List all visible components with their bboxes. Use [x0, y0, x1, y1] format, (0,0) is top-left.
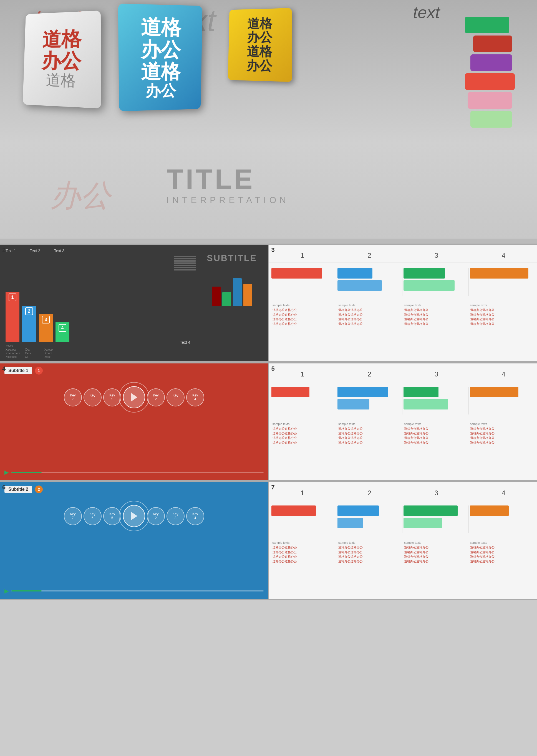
s5-bar4a [470, 387, 519, 397]
cube-white-text3: 道格 [46, 72, 76, 89]
s2-subtitle: SUBTITLE [207, 253, 257, 263]
s2-small-text4: Xxxxxxxx [6, 355, 20, 358]
s7-cn1: 道格办公道格办公道格办公道格办公道格办公道格办公道格办公道格办公 [272, 545, 336, 564]
s5-sample1: sample texts [272, 422, 336, 425]
s7-sample3: sample texts [404, 541, 467, 544]
s2-bar2-num: 2 [25, 307, 33, 315]
s7-cn4: 道格办公道格办公道格办公道格办公道格办公道格办公道格办公道格办公 [470, 545, 534, 564]
s3-col3: 3 [403, 249, 470, 262]
slide-5-num: 5 [271, 365, 275, 372]
slides-row-1: 2 Text 1 Text 2 Text 3 1 [0, 244, 537, 362]
s7-bar2a [338, 505, 379, 516]
cube-yellow-text1: 道格 [247, 17, 272, 30]
s5-col1: 1 [269, 367, 336, 381]
s6-key1 [123, 505, 145, 527]
s6-key6: Key6 [84, 507, 102, 525]
s3-bar2a [338, 268, 372, 279]
s5-bar2b [338, 399, 369, 410]
s4-key7: Key7 [64, 388, 82, 407]
hero-fade-text: 办公 [50, 175, 111, 217]
mini-bar-1 [212, 287, 221, 306]
s3-cn3: 道格办公道格办公道格办公道格办公道格办公道格办公道格办公道格办公 [404, 308, 467, 326]
s7-bar3a [403, 505, 458, 516]
s4-key6: Key6 [84, 388, 102, 407]
slide-7-num: 7 [271, 484, 275, 491]
s7-col4: 4 [470, 486, 537, 500]
cube-blue-text3: 道格 [141, 61, 181, 83]
mini-bar-4 [243, 284, 252, 306]
s2-bar4-num: 4 [59, 324, 66, 332]
s4-key2: Key2 [147, 388, 165, 407]
slide-4-num: 4 [2, 365, 6, 372]
s6-badge: 2 [35, 486, 43, 493]
s5-bar3b [403, 399, 448, 410]
s4-key1 [123, 386, 145, 408]
s2-bar3-num: 3 [42, 316, 50, 324]
s3-col1: 1 [269, 249, 336, 262]
s3-sample4: sample texts [470, 303, 534, 307]
s5-cn3: 道格办公道格办公道格办公道格办公道格办公道格办公道格办公道格办公 [404, 426, 467, 445]
s2-small-text1: Xxxxx [6, 344, 20, 348]
slide-3: 3 1 2 3 4 [269, 245, 537, 361]
s2-bar1-num: 1 [9, 294, 17, 301]
s3-bar4a [470, 268, 528, 279]
s3-col4: 4 [470, 249, 537, 262]
slide-6: 6 Subtitle 2 2 Key7 Key6 Key5 [0, 482, 268, 599]
s4-subtitle: Subtitle 1 [4, 367, 32, 374]
block-lightgreen [471, 111, 512, 128]
slide-4: 4 Subtitle 1 1 Key7 Key6 Key5 [0, 363, 268, 480]
s2-small-text10: Xxxx [44, 355, 53, 358]
s3-cn1: 道格办公道格办公道格办公道格办公道格办公道格办公道格办公道格办公 [272, 308, 336, 326]
s6-key4: Key4 [186, 507, 204, 525]
s6-key5: Key5 [103, 507, 121, 525]
s6-subtitle: Subtitle 2 [4, 486, 32, 493]
s5-cn4: 道格办公道格办公道格办公道格办公道格办公道格办公道格办公道格办公 [470, 426, 534, 445]
blocks-stack [465, 17, 520, 130]
s5-cn2: 道格办公道格办公道格办公道格办公道格办公道格办公道格办公道格办公 [338, 426, 401, 445]
s7-sample1: sample texts [272, 541, 336, 544]
s3-sample3: sample texts [404, 303, 467, 307]
s5-sample3: sample texts [404, 422, 467, 425]
s5-col4: 4 [470, 367, 537, 381]
s2-small-text9: Xxxxx [44, 352, 53, 355]
cube-yellow: 道格 办公 道格 办公 [228, 8, 292, 82]
s5-bar2a [338, 387, 389, 397]
s2-small-text5: Xxx [25, 348, 31, 351]
slide-5: 5 1 2 3 4 [269, 363, 537, 480]
hero-title: TITLE INTERPRETATION [167, 163, 289, 205]
slide-2: 2 Text 1 Text 2 Text 3 1 [0, 245, 268, 361]
s4-play-btn[interactable]: ▶ [4, 469, 9, 476]
s2-text2: Text 2 [30, 249, 40, 253]
slide-6-num: 6 [2, 484, 6, 491]
s2-text3: Text 3 [54, 249, 64, 253]
cube-white-text1: 道格 [42, 28, 81, 50]
slide-7: 7 1 2 3 4 [269, 482, 537, 599]
s3-sample1: sample texts [272, 303, 336, 307]
divider-1 [0, 239, 537, 244]
s4-progress [11, 472, 42, 473]
hero-title-sub: INTERPRETATION [167, 195, 289, 205]
s2-small-text7: Xx [25, 355, 31, 358]
s2-small-text3: Xxxxxxxxxx [6, 352, 20, 355]
s6-key2: Key2 [147, 507, 165, 525]
cube-blue-text4: 办公 [145, 82, 176, 99]
s3-bar1a [271, 268, 322, 279]
s6-play-btn[interactable]: ▶ [4, 588, 9, 594]
s6-arrow [131, 512, 137, 520]
s2-text1: Text 1 [6, 249, 16, 253]
block-pink [468, 92, 512, 109]
s7-bar1a [271, 505, 316, 516]
cube-white: 道格 办公 道格 [23, 11, 101, 108]
s7-sample4: sample texts [470, 541, 534, 544]
slides-row-3: 6 Subtitle 2 2 Key7 Key6 Key5 [0, 481, 537, 600]
s2-small-text8: Xxxxxx [44, 348, 53, 351]
s4-arrow [131, 393, 137, 402]
s3-bar3b [403, 280, 455, 291]
s3-cn2: 道格办公道格办公道格办公道格办公道格办公道格办公道格办公道格办公 [338, 308, 401, 326]
s3-bar2b [338, 280, 382, 291]
s5-bar1a [271, 387, 310, 397]
slide-hero: text text text 道格 办公 道格 道格 办公 道格 办公 道格 办… [0, 0, 537, 239]
cube-yellow-text3: 道格 [247, 44, 272, 59]
mini-bar-3 [233, 278, 242, 306]
s3-col2: 2 [336, 249, 403, 262]
